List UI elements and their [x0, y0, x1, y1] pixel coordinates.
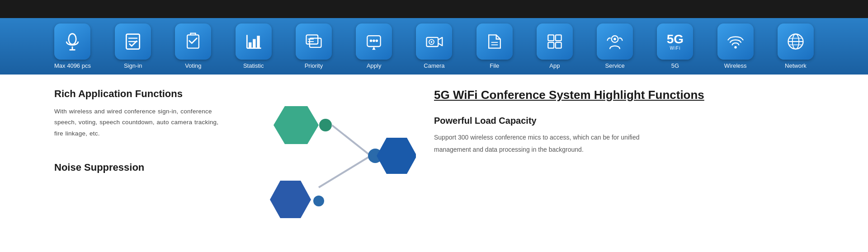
toolbar-item-priority[interactable]: Priority [296, 23, 332, 69]
svg-rect-26 [556, 35, 561, 41]
rich-app-text: With wireless and wired conference sign-… [54, 106, 226, 139]
wireless-label: Wireless [724, 62, 747, 69]
5g-text: 5G [667, 33, 684, 46]
svg-point-19 [376, 39, 378, 42]
svg-rect-13 [310, 38, 321, 47]
max-pcs-icon-box [54, 23, 90, 60]
toolbar-item-apply[interactable]: Apply [356, 23, 392, 69]
toolbar-item-app[interactable]: App [537, 23, 573, 69]
signin-icon [123, 32, 143, 51]
statistic-label: Statistic [243, 62, 264, 69]
toolbar-item-service[interactable]: Service [597, 23, 633, 69]
app-label: App [549, 62, 560, 69]
5g-label: 5G [671, 62, 679, 69]
svg-rect-12 [306, 35, 318, 44]
microphone-icon [62, 32, 82, 51]
app-icon-box [537, 23, 573, 60]
file-icon [485, 32, 505, 51]
highlight-title: 5G WiFi Conference System Highlight Func… [434, 88, 814, 102]
rich-app-title: Rich Application Functions [54, 88, 226, 100]
toolbar-item-5g[interactable]: 5G WiFi 5G [657, 23, 693, 69]
wireless-icon-box [717, 23, 754, 60]
icon-toolbar: Max 4096 pcs Sign-in Voting [0, 18, 868, 75]
priority-icon [304, 32, 324, 51]
svg-point-18 [373, 39, 375, 42]
voting-icon [183, 32, 203, 51]
svg-rect-10 [253, 39, 255, 48]
svg-point-17 [370, 39, 373, 42]
max-pcs-label: Max 4096 pcs [54, 62, 91, 69]
right-content: 5G WiFi Conference System Highlight Func… [434, 88, 814, 219]
middle-diagram [244, 88, 416, 219]
5g-icon-box: 5G WiFi [657, 23, 693, 60]
hex-blue-bottom [270, 181, 311, 218]
toolbar-item-wireless[interactable]: Wireless [717, 23, 754, 69]
network-icon-box [778, 23, 814, 60]
toolbar-item-sign-in[interactable]: Sign-in [115, 23, 151, 69]
service-label: Service [605, 62, 625, 69]
file-label: File [490, 62, 499, 69]
hex-teal-large [274, 106, 319, 144]
priority-icon-box [296, 23, 332, 60]
priority-label: Priority [305, 62, 323, 69]
camera-icon [424, 32, 444, 51]
toolbar-item-statistic[interactable]: Statistic [236, 23, 272, 69]
svg-point-0 [69, 34, 76, 45]
line-top [332, 125, 371, 156]
toolbar-item-network[interactable]: Network [778, 23, 814, 69]
network-label: Network [785, 62, 807, 69]
svg-rect-9 [249, 42, 251, 48]
voting-label: Voting [185, 62, 201, 69]
toolbar-item-voting[interactable]: Voting [175, 23, 211, 69]
svg-point-22 [431, 41, 433, 43]
noise-title: Noise Suppression [54, 162, 226, 173]
sign-in-icon-box [115, 23, 151, 60]
voting-icon-box [175, 23, 211, 60]
toolbar-item-camera[interactable]: Camera [416, 23, 452, 69]
camera-label: Camera [424, 62, 444, 69]
svg-point-31 [734, 46, 737, 49]
svg-rect-28 [556, 42, 561, 48]
sign-in-label: Sign-in [124, 62, 142, 69]
hex-blue-right [377, 138, 416, 174]
content-section: Rich Application Functions With wireless… [0, 75, 868, 219]
statistic-icon-box [236, 23, 272, 60]
svg-point-30 [613, 38, 616, 41]
service-icon-box [597, 23, 633, 60]
powerful-load-text: Support 300 wireless conference mics to … [434, 131, 651, 155]
left-content: Rich Application Functions With wireless… [54, 88, 226, 219]
5g-sub: WiFi [670, 46, 680, 51]
apply-icon-box [356, 23, 392, 60]
circle-teal [319, 119, 332, 131]
line-bottom [319, 156, 371, 187]
svg-rect-25 [548, 35, 554, 41]
toolbar-item-file[interactable]: File [476, 23, 513, 69]
camera-icon-box [416, 23, 452, 60]
diagram-svg [244, 93, 416, 219]
apply-label: Apply [367, 62, 382, 69]
toolbar-item-max-pcs[interactable]: Max 4096 pcs [54, 23, 91, 69]
svg-rect-20 [427, 37, 439, 47]
statistic-icon [244, 32, 264, 51]
circle-blue-bottom [313, 196, 324, 206]
top-black-bar [0, 0, 868, 18]
powerful-load-title: Powerful Load Capacity [434, 116, 814, 126]
app-icon [545, 32, 565, 51]
service-icon [605, 32, 625, 51]
svg-rect-27 [548, 42, 554, 48]
svg-rect-11 [257, 36, 259, 48]
file-icon-box [476, 23, 513, 60]
apply-icon [364, 32, 384, 51]
wireless-icon [726, 32, 745, 51]
network-icon [786, 32, 806, 51]
